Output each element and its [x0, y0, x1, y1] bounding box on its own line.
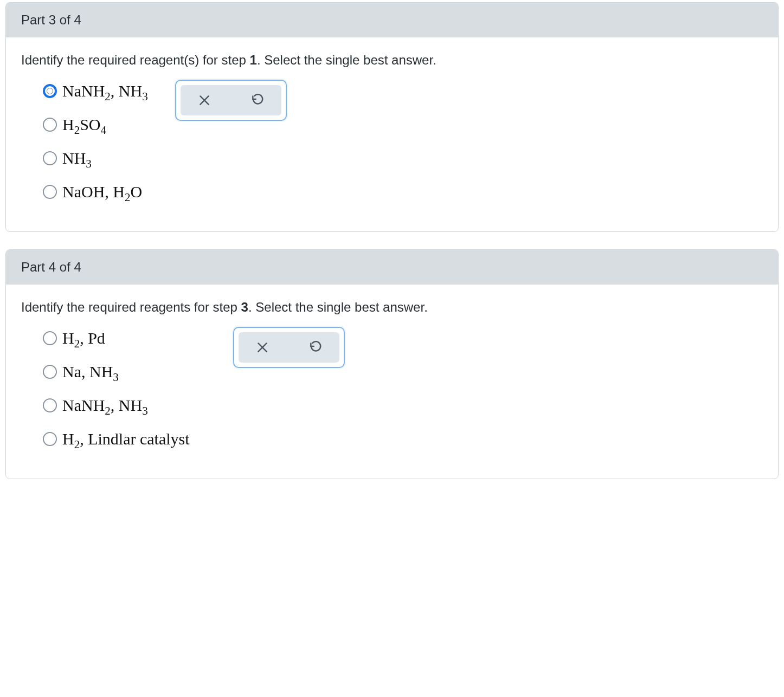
reset-icon[interactable]: [250, 93, 265, 108]
option-label: H2, Pd: [62, 329, 105, 347]
card-body: Identify the required reagent(s) for ste…: [6, 37, 778, 231]
radio-button[interactable]: [43, 331, 57, 345]
radio-button[interactable]: [43, 118, 57, 132]
content-row: H2, PdNa, NH3NaNH2, NH3H2, Lindlar catal…: [21, 329, 763, 463]
radio-button[interactable]: [43, 84, 57, 98]
action-box: [175, 80, 287, 121]
question-card-part4: Part 4 of 4 Identify the required reagen…: [5, 249, 779, 479]
action-inner: [239, 332, 339, 363]
option-label: Na, NH3: [62, 363, 119, 381]
content-row: NaNH2, NH3H2SO4NH3NaOH, H2O: [21, 82, 763, 216]
card-body: Identify the required reagents for step …: [6, 285, 778, 479]
option-label: NH3: [62, 149, 92, 167]
option-1[interactable]: H2SO4: [43, 115, 148, 134]
close-icon[interactable]: [255, 340, 270, 355]
card-header: Part 3 of 4: [6, 3, 778, 37]
card-header: Part 4 of 4: [6, 250, 778, 285]
option-label: NaNH2, NH3: [62, 82, 148, 100]
part-label: Part 3 of 4: [21, 12, 81, 27]
option-2[interactable]: NaNH2, NH3: [43, 396, 190, 415]
action-inner: [181, 85, 281, 115]
option-label: NaNH2, NH3: [62, 396, 148, 415]
radio-button[interactable]: [43, 185, 57, 199]
option-0[interactable]: NaNH2, NH3: [43, 82, 148, 100]
option-label: NaOH, H2O: [62, 183, 142, 201]
option-3[interactable]: NaOH, H2O: [43, 183, 148, 201]
option-label: H2SO4: [62, 115, 106, 134]
question-text: Identify the required reagent(s) for ste…: [21, 53, 763, 68]
question-text: Identify the required reagents for step …: [21, 300, 763, 315]
option-1[interactable]: Na, NH3: [43, 363, 190, 381]
options-list-part4: H2, PdNa, NH3NaNH2, NH3H2, Lindlar catal…: [43, 329, 190, 463]
reset-icon[interactable]: [308, 340, 323, 355]
option-0[interactable]: H2, Pd: [43, 329, 190, 347]
question-card-part3: Part 3 of 4 Identify the required reagen…: [5, 2, 779, 232]
option-label: H2, Lindlar catalyst: [62, 430, 190, 448]
radio-button[interactable]: [43, 151, 57, 165]
options-list-part3: NaNH2, NH3H2SO4NH3NaOH, H2O: [43, 82, 148, 216]
part-label: Part 4 of 4: [21, 260, 81, 274]
action-box: [233, 327, 345, 368]
close-icon[interactable]: [197, 93, 212, 108]
radio-button[interactable]: [43, 398, 57, 412]
radio-button[interactable]: [43, 432, 57, 446]
radio-button[interactable]: [43, 365, 57, 379]
option-2[interactable]: NH3: [43, 149, 148, 167]
option-3[interactable]: H2, Lindlar catalyst: [43, 430, 190, 448]
